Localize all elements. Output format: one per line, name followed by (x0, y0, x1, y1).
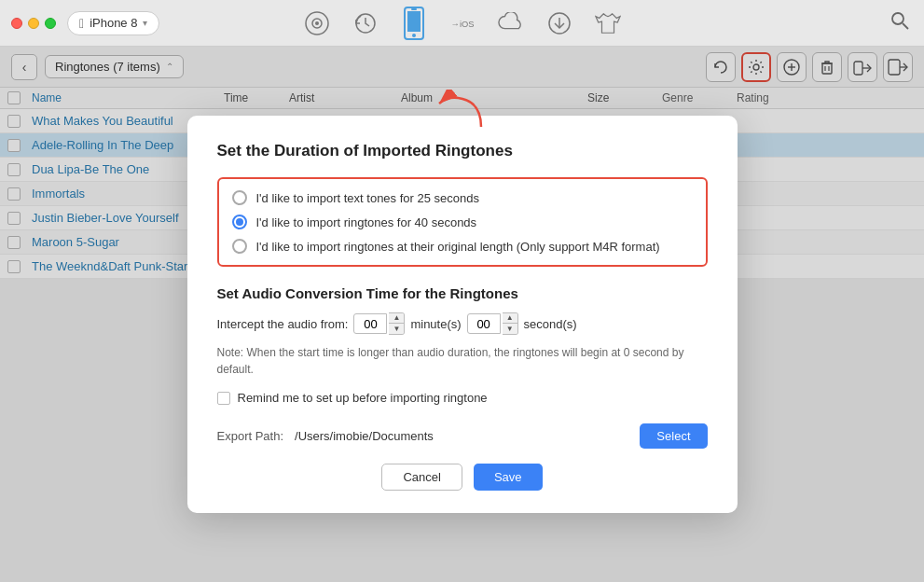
toolbar-icons: →iOS (304, 10, 621, 36)
radio-option-2[interactable]: I'd like to import ringtones for 40 seco… (232, 215, 693, 229)
iphone-icon[interactable] (401, 10, 427, 36)
radio-button-2[interactable] (232, 215, 247, 229)
select-button[interactable]: Select (640, 423, 707, 449)
export-path-value: /Users/imobie/Documents (295, 429, 628, 443)
second-down-button[interactable]: ▼ (503, 324, 517, 334)
minute-label: minute(s) (410, 317, 461, 331)
second-up-button[interactable]: ▲ (503, 313, 517, 324)
audio-row: Intercept the audio from: 00 ▲ ▼ minute(… (217, 312, 708, 335)
second-spinner[interactable]: 00 ▲ ▼ (467, 312, 518, 335)
modal-footer: Cancel Save (217, 464, 708, 491)
close-button[interactable] (11, 18, 22, 29)
export-path-label: Export Path: (217, 429, 284, 443)
radio-group: I'd like to import text tones for 25 sec… (217, 177, 708, 267)
svg-point-11 (892, 13, 903, 24)
search-icon[interactable] (890, 11, 909, 35)
minute-up-button[interactable]: ▲ (389, 313, 404, 324)
intercept-label: Intercept the audio from: (217, 317, 349, 331)
minute-down-button[interactable]: ▼ (389, 324, 404, 334)
remind-row[interactable]: Remind me to set up before importing rin… (217, 391, 708, 405)
radio-button-3[interactable] (232, 239, 247, 254)
history-icon[interactable] (352, 10, 379, 36)
modal-overlay: Set the Duration of Imported Ringtones I… (0, 47, 924, 582)
fullscreen-button[interactable] (45, 18, 56, 29)
note-text: Note: When the start time is longer than… (217, 344, 708, 378)
second-input[interactable]: 00 (467, 313, 501, 334)
second-label: second(s) (524, 317, 577, 331)
radio-label-2: I'd like to import ringtones for 40 seco… (256, 215, 477, 229)
svg-text:→iOS: →iOS (450, 19, 474, 28)
svg-line-12 (903, 23, 908, 29)
cloud-icon[interactable] (498, 10, 524, 36)
chevron-down-icon: ▾ (143, 18, 147, 28)
remind-label: Remind me to set up before importing rin… (238, 391, 488, 405)
minute-input[interactable]: 00 (353, 313, 387, 334)
modal-title: Set the Duration of Imported Ringtones (217, 142, 708, 160)
audio-section-title: Set Audio Conversion Time for the Ringto… (217, 285, 708, 301)
minute-spinner-buttons[interactable]: ▲ ▼ (389, 312, 405, 335)
title-bar:  iPhone 8 ▾ (0, 0, 924, 47)
second-spinner-buttons[interactable]: ▲ ▼ (503, 312, 518, 335)
remind-checkbox[interactable] (217, 392, 230, 405)
minute-spinner[interactable]: 00 ▲ ▼ (353, 312, 405, 335)
radio-label-1: I'd like to import text tones for 25 sec… (256, 191, 480, 205)
arrow-indicator (430, 90, 495, 134)
svg-rect-5 (407, 11, 421, 32)
export-row: Export Path: /Users/imobie/Documents Sel… (217, 423, 708, 449)
music-icon[interactable] (304, 10, 330, 36)
ios-icon[interactable]: →iOS (449, 10, 476, 36)
device-selector[interactable]:  iPhone 8 ▾ (67, 11, 159, 35)
traffic-lights (11, 18, 56, 29)
radio-button-1[interactable] (232, 190, 247, 205)
tshirt-icon[interactable] (595, 10, 621, 36)
radio-label-3: I'd like to import ringtones at their or… (256, 240, 660, 254)
svg-point-6 (412, 34, 416, 37)
save-button[interactable]: Save (474, 464, 543, 491)
cancel-button[interactable]: Cancel (381, 464, 462, 491)
minimize-button[interactable] (28, 18, 39, 29)
apple-logo-icon:  (79, 16, 84, 31)
svg-rect-7 (411, 8, 417, 10)
radio-option-3[interactable]: I'd like to import ringtones at their or… (232, 239, 693, 254)
device-name: iPhone 8 (90, 16, 137, 30)
download-icon[interactable] (546, 10, 572, 36)
radio-option-1[interactable]: I'd like to import text tones for 25 sec… (232, 190, 693, 205)
modal-dialog: Set the Duration of Imported Ringtones I… (187, 116, 738, 513)
svg-point-2 (315, 21, 319, 25)
